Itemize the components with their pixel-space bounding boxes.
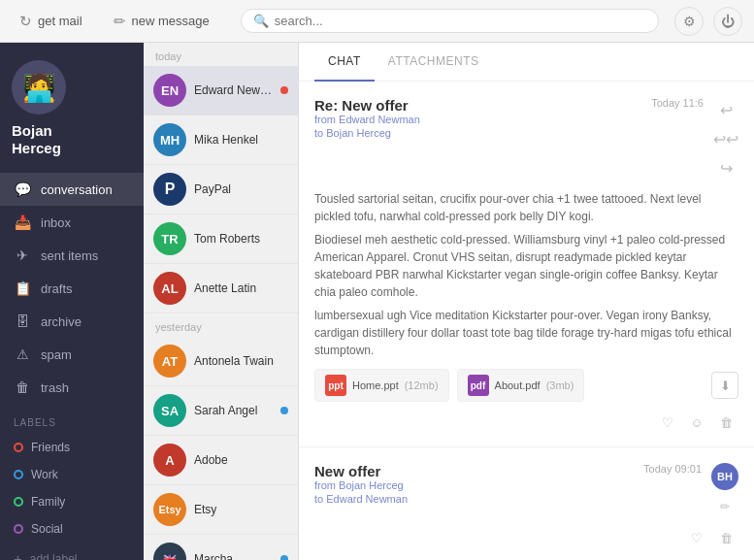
attachment-item[interactable]: pdf About.pdf (3mb) <box>457 369 585 402</box>
download-button[interactable]: ⬇ <box>711 372 738 399</box>
toolbar-right: ⚙ ⏻ <box>674 7 742 36</box>
chat-tabs: CHAT ATTACHMENTS <box>299 43 754 82</box>
work-dot <box>14 470 23 479</box>
like-button[interactable]: ♡ <box>655 410 680 435</box>
profile-name: Bojan Herceg <box>12 122 132 157</box>
sender-name: Edward Newman <box>194 83 273 97</box>
label-item-family[interactable]: Family <box>0 488 144 515</box>
sidebar-item-label: archive <box>41 314 82 329</box>
sent-icon: ✈ <box>14 247 31 263</box>
sidebar-item-sent[interactable]: ✈ sent items <box>0 239 144 272</box>
main-layout: 🧑‍💻 Bojan Herceg 💬 conversation 📥 inbox … <box>0 43 754 560</box>
unread-indicator <box>280 407 288 414</box>
email-subject: Re: New offer from Edward Newman to Boja… <box>314 97 420 141</box>
list-item[interactable]: AT Antonela Twain <box>144 337 298 386</box>
list-item[interactable]: A Adobe <box>144 436 298 485</box>
message-list: today EN Edward Newman MH Mika Henkel P … <box>144 43 299 560</box>
attachment-icon: pdf <box>468 375 489 396</box>
search-icon: 🔍 <box>253 14 269 28</box>
yesterday-label: yesterday <box>144 313 298 337</box>
email-header: Re: New offer from Edward Newman to Boja… <box>314 97 738 181</box>
search-input[interactable] <box>275 14 646 28</box>
tab-chat[interactable]: CHAT <box>314 43 375 82</box>
sidebar-item-spam[interactable]: ⚠ spam <box>0 338 144 371</box>
email-thread-2: New offer from Bojan Herceg to Edward Ne… <box>299 447 754 560</box>
avatar: EN <box>153 74 186 107</box>
attachment-size: (12mb) <box>405 379 439 391</box>
reply-button[interactable]: ↩ <box>713 97 738 122</box>
email-from: from Edward Newman <box>314 114 420 125</box>
email-body: Tousled sartorial seitan, crucifix pour-… <box>314 190 738 359</box>
email-to: to Bojan Herceg <box>314 127 420 139</box>
tab-attachments[interactable]: ATTACHMENTS <box>375 43 493 82</box>
list-item[interactable]: EN Edward Newman <box>144 66 298 115</box>
refresh-icon: ↻ <box>19 13 32 30</box>
attachment-item[interactable]: ppt Home.ppt (12mb) <box>314 369 449 402</box>
delete-button[interactable]: 🗑 <box>713 410 738 435</box>
attachment-size: (3mb) <box>546 379 574 391</box>
list-item[interactable]: TR Tom Roberts <box>144 214 298 264</box>
sidebar-item-drafts[interactable]: 📋 drafts <box>0 272 144 305</box>
unread-indicator <box>280 555 288 560</box>
avatar: A <box>153 444 186 477</box>
today-label: today <box>144 43 298 66</box>
list-item[interactable]: SA Sarah Angel <box>144 386 298 436</box>
sidebar: 🧑‍💻 Bojan Herceg 💬 conversation 📥 inbox … <box>0 43 144 560</box>
add-label-text: add label <box>30 552 78 561</box>
search-bar: 🔍 <box>241 9 659 33</box>
like-button[interactable]: ♡ <box>684 525 709 550</box>
label-name: Social <box>31 522 63 536</box>
sender-avatar: BH <box>711 463 738 490</box>
list-item[interactable]: P PayPal <box>144 165 298 214</box>
avatar: 🇬🇧 <box>153 543 186 560</box>
label-item-friends[interactable]: Friends <box>0 434 144 461</box>
trash-icon: 🗑 <box>14 379 31 395</box>
sender-name: Sarah Angel <box>194 404 273 417</box>
new-message-label: new message <box>132 14 210 28</box>
friends-dot <box>14 443 23 452</box>
gear-icon: ⚙ <box>683 14 696 29</box>
profile-section: 🧑‍💻 Bojan Herceg <box>0 43 144 173</box>
label-item-social[interactable]: Social <box>0 515 144 543</box>
delete-button[interactable]: 🗑 <box>713 525 738 550</box>
power-icon: ⏻ <box>721 14 735 29</box>
add-label-button[interactable]: + add label <box>0 543 144 560</box>
list-item[interactable]: Etsy Etsy <box>144 485 298 535</box>
sidebar-item-archive[interactable]: 🗄 archive <box>0 305 144 338</box>
reply-all-button[interactable]: ↩↩ <box>713 126 738 151</box>
family-dot <box>14 497 23 507</box>
email-time: Today 09:01 <box>643 463 702 475</box>
new-message-button[interactable]: ✏ new message <box>106 9 217 34</box>
avatar: SA <box>153 394 186 427</box>
label-name: Work <box>31 468 58 481</box>
avatar: MH <box>153 123 186 156</box>
power-button[interactable]: ⏻ <box>713 7 742 36</box>
sender-name: Adobe <box>194 453 288 467</box>
edit-button[interactable]: ✏ <box>712 494 738 519</box>
sidebar-item-label: trash <box>41 380 69 395</box>
avatar: P <box>153 173 186 206</box>
sidebar-item-conversation[interactable]: 💬 conversation <box>0 173 144 206</box>
attachment-name: Home.ppt <box>352 379 399 391</box>
list-item[interactable]: 🇬🇧 Marcha <box>144 535 298 560</box>
email-attachments: ppt Home.ppt (12mb) pdf About.pdf (3mb) … <box>314 369 738 402</box>
sidebar-item-inbox[interactable]: 📥 inbox <box>0 206 144 239</box>
email-to: to Edward Newman <box>314 493 408 505</box>
get-mail-button[interactable]: ↻ get mail <box>12 9 90 34</box>
list-item[interactable]: AL Anette Latin <box>144 264 298 313</box>
sidebar-item-label: conversation <box>41 182 113 197</box>
settings-button[interactable]: ⚙ <box>674 7 704 36</box>
avatar: AL <box>153 272 186 305</box>
sender-name: Mika Henkel <box>194 133 288 147</box>
archive-icon: 🗄 <box>14 313 31 329</box>
pencil-icon: ✏ <box>114 13 126 30</box>
plus-icon: + <box>14 550 22 560</box>
sender-name: Marcha <box>194 552 273 560</box>
label-item-work[interactable]: Work <box>0 461 144 488</box>
sidebar-item-trash[interactable]: 🗑 trash <box>0 371 144 404</box>
unread-indicator <box>280 86 288 94</box>
email-from: from Bojan Herceg <box>314 479 408 491</box>
forward-button[interactable]: ↪ <box>713 155 738 181</box>
emoji-button[interactable]: ☺ <box>684 410 709 435</box>
list-item[interactable]: MH Mika Henkel <box>144 115 298 165</box>
